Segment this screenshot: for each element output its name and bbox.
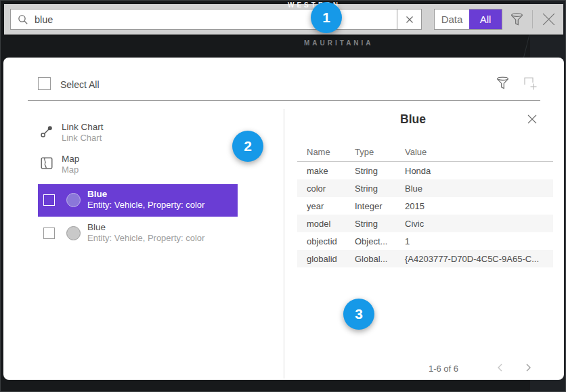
table-row: year Integer 2015 [297,197,553,215]
table-row: model String Civic [297,215,553,232]
entity-circle-icon [66,193,81,207]
search-toolbar: Data All [4,4,563,35]
link-chart-icon [40,125,53,138]
cell-type: Object... [355,236,405,246]
annotation-badge-3: 3 [343,299,374,330]
list-item-subtitle: Entity: Vehicle, Property: color [87,233,204,243]
map-icon [41,157,53,169]
search-dialog-screen: MAURITANIA Data All [0,0,566,392]
list-item-title: Blue [87,189,107,199]
cell-name: objectid [307,236,355,246]
table-row: make String Honda [297,162,553,179]
detail-close-icon[interactable] [526,113,540,127]
list-item-subtitle: Map [62,165,79,175]
detail-title: Blue [301,112,525,127]
cell-name: make [307,166,355,176]
table-row: color String Blue [297,179,553,197]
list-item-title: Map [62,154,79,164]
cell-value: {A4203777-D70D-4C5C-9A65-C... [405,254,553,264]
cell-type: String [355,166,405,176]
cell-value: 2015 [405,201,553,211]
col-name: Name [307,147,355,157]
cell-type: String [355,183,405,194]
cell-value: Honda [405,166,553,176]
list-item-subtitle: Entity: Vehicle, Property: color [87,200,204,210]
cell-value: 1 [405,236,553,246]
x-icon [406,16,414,24]
list-item-subtitle: Link Chart [62,133,102,143]
col-value: Value [405,147,553,157]
cell-name: model [307,219,355,229]
clear-search-button[interactable] [397,9,422,30]
pagination-range: 1-6 of 6 [410,364,477,374]
cell-name: color [307,183,355,194]
chevron-left-icon[interactable] [495,362,507,374]
cell-name: globalid [307,254,355,264]
header-divider [28,100,540,101]
select-all-checkbox[interactable] [38,77,51,90]
cell-value: Civic [405,219,553,229]
results-panel: Select All Link [3,58,564,380]
table-row: objectid Object... 1 [297,232,553,250]
cell-value: Blue [405,183,553,194]
search-icon [18,14,28,25]
list-item-title: Blue [87,222,106,232]
add-to-selection-icon[interactable] [523,76,538,91]
annotation-badge-1: 1 [311,2,342,33]
cell-type: String [355,219,405,229]
scope-data-button[interactable]: Data [435,9,469,29]
item-checkbox[interactable] [43,227,55,239]
select-all-label: Select All [60,79,100,90]
list-item-blue[interactable]: Blue Entity: Vehicle, Property: color [38,219,238,249]
cell-name: year [307,201,355,211]
search-scope-toggle: Data All [434,9,502,30]
cell-type: Global... [355,254,405,264]
attribute-table: Name Type Value make String Honda color … [297,143,553,267]
entity-circle-icon [66,226,81,240]
item-checkbox[interactable] [43,194,55,206]
panel-filter-funnel-icon[interactable] [496,76,510,90]
toolbar-divider [532,10,533,28]
filter-funnel-icon[interactable] [510,12,524,26]
cell-type: Integer [355,201,405,211]
list-item-title: Link Chart [62,122,104,132]
table-header: Name Type Value [297,143,553,162]
close-search-icon[interactable] [540,11,557,28]
table-row: globalid Global... {A4203777-D70D-4C5C-9… [297,250,553,267]
map-label-mauritania: MAURITANIA [304,39,374,47]
search-input[interactable] [35,14,397,25]
list-item-blue-selected[interactable]: Blue Entity: Vehicle, Property: color [38,184,238,217]
annotation-badge-2: 2 [232,131,263,162]
chevron-right-icon[interactable] [523,362,535,374]
scope-all-button[interactable]: All [469,9,502,29]
list-detail-divider [284,109,284,378]
col-type: Type [355,147,405,157]
